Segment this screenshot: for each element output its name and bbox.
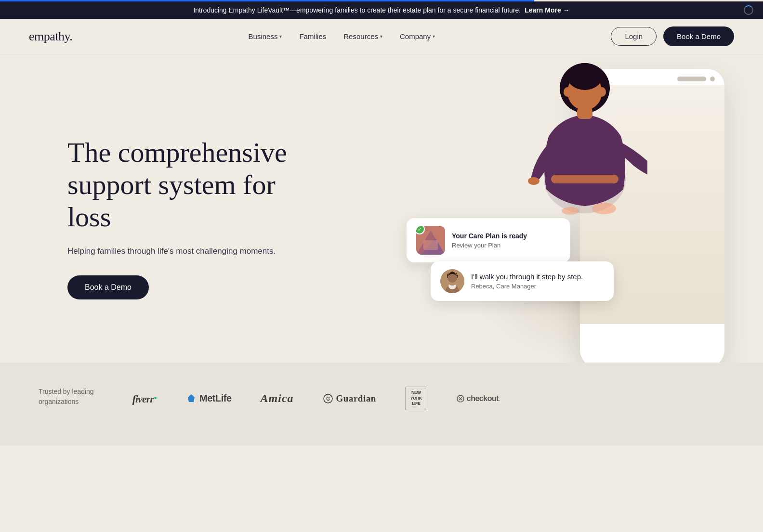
logo-new-york-life: NEWYORKLIFE	[405, 387, 427, 410]
svg-point-2	[562, 207, 579, 215]
loading-spinner	[744, 5, 753, 15]
svg-rect-5	[551, 175, 618, 183]
chevron-down-icon: ▾	[380, 34, 382, 39]
hero-visual: ✓ Your Care Plan is ready Review your Pl…	[349, 54, 763, 363]
hero-subtitle: Helping families through life's most cha…	[67, 245, 318, 258]
phone-camera-dot	[710, 77, 715, 81]
nav-center: Business ▾ Families Resources ▾ Company …	[249, 32, 435, 40]
hero-title: The comprehensive support system for los…	[67, 137, 318, 233]
login-button[interactable]: Login	[611, 27, 657, 46]
nav-right: Login Book a Demo	[611, 26, 734, 46]
svg-point-4	[528, 177, 539, 185]
chevron-down-icon: ▾	[433, 34, 435, 39]
phone-notch	[677, 77, 706, 81]
hero-section: The comprehensive support system for los…	[0, 54, 763, 363]
logo[interactable]: empathy.	[29, 29, 72, 44]
svg-point-9	[564, 87, 571, 97]
nav-item-business[interactable]: Business ▾	[249, 32, 282, 40]
book-demo-button-hero[interactable]: Book a Demo	[67, 275, 149, 299]
card-text: Your Care Plan is ready Review your Plan	[452, 232, 561, 249]
card-manager-name: Rebeca, Care Manager	[471, 283, 604, 290]
nav-item-families[interactable]: Families	[299, 32, 326, 40]
card-manager-message: I'll walk you through it step by step.	[471, 272, 604, 281]
logo-amica: Amica	[261, 392, 294, 405]
card-care-manager: I'll walk you through it step by step. R…	[431, 261, 614, 301]
svg-point-8	[567, 63, 602, 90]
trusted-logos: fiverr· MetLife Amica G Guardian	[132, 387, 500, 410]
card-thumbnail: ✓	[416, 226, 445, 255]
nav-item-resources[interactable]: Resources ▾	[343, 32, 382, 40]
card-care-plan: ✓ Your Care Plan is ready Review your Pl…	[407, 218, 570, 262]
trusted-label: Trusted by leading organizations	[39, 387, 94, 407]
logo-fiverr: fiverr·	[132, 391, 157, 405]
nav-item-company[interactable]: Company ▾	[400, 32, 435, 40]
person-illustration	[522, 54, 647, 223]
svg-rect-11	[577, 107, 592, 119]
logo-metlife: MetLife	[186, 393, 232, 404]
svg-text:G: G	[326, 396, 330, 402]
svg-rect-15	[423, 240, 438, 250]
banner-text: Introducing Empathy LifeVault™—empowerin…	[193, 6, 521, 14]
logo-checkout: checkout.	[456, 394, 500, 403]
learn-more-link[interactable]: Learn More →	[525, 6, 569, 14]
card-care-plan-title: Your Care Plan is ready	[452, 232, 561, 240]
trusted-section: Trusted by leading organizations fiverr·…	[0, 363, 763, 445]
top-banner: Introducing Empathy LifeVault™—empowerin…	[0, 1, 763, 19]
svg-point-10	[598, 87, 606, 97]
navbar: empathy. Business ▾ Families Resources ▾…	[0, 19, 763, 54]
card-care-plan-subtitle: Review your Plan	[452, 242, 561, 249]
logo-guardian: G Guardian	[323, 393, 376, 404]
svg-marker-18	[188, 394, 195, 402]
avatar	[440, 269, 464, 293]
svg-point-1	[592, 203, 616, 214]
hero-text: The comprehensive support system for los…	[67, 137, 318, 299]
chevron-down-icon: ▾	[279, 34, 282, 39]
book-demo-button-nav[interactable]: Book a Demo	[663, 26, 734, 46]
card-manager-text: I'll walk you through it step by step. R…	[471, 272, 604, 290]
